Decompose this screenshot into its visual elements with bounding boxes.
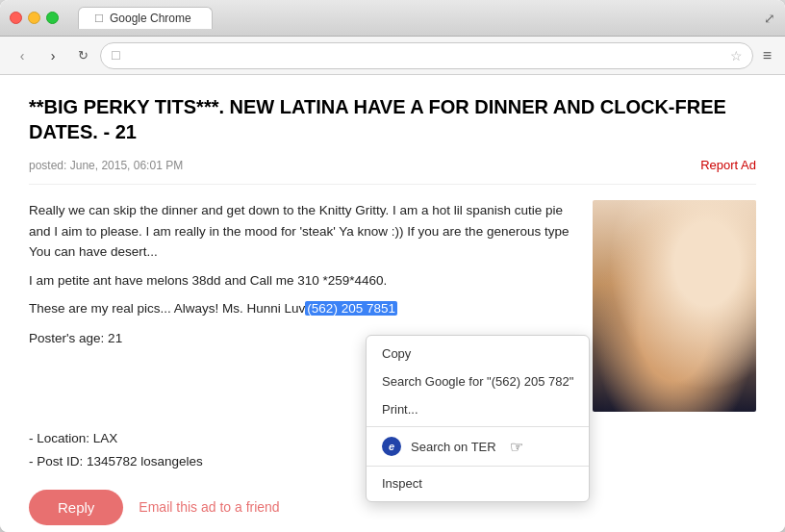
lock-icon: ☐ xyxy=(111,49,121,63)
email-friend-link[interactable]: Email this ad to a friend xyxy=(139,499,279,515)
back-button[interactable]: ‹ xyxy=(10,43,35,68)
context-menu-copy[interactable]: Copy xyxy=(367,340,589,367)
ad-image-inner xyxy=(593,200,756,412)
browser-toolbar: ‹ › ↻ ☐ ☆ ≡ xyxy=(0,37,785,75)
ad-paragraph-3: These are my real pics... Always! Ms. Hu… xyxy=(29,298,577,319)
ad-title: **BIG PERKY TITS***. NEW LATINA HAVE A F… xyxy=(29,94,756,144)
minimize-button[interactable] xyxy=(28,12,40,24)
bookmark-star-icon[interactable]: ☆ xyxy=(730,48,743,63)
tab-area: ☐ Google Chrome xyxy=(78,7,764,29)
context-menu-search-google[interactable]: Search Google for "(562) 205 782" xyxy=(367,367,589,395)
meta-bar: posted: June, 2015, 06:01 PM Report Ad xyxy=(29,158,756,185)
titlebar: ☐ Google Chrome ⤢ xyxy=(0,0,785,37)
page-content: **BIG PERKY TITS***. NEW LATINA HAVE A F… xyxy=(0,75,785,532)
refresh-button[interactable]: ↻ xyxy=(71,44,94,67)
context-menu-separator-2 xyxy=(367,466,589,467)
context-menu-separator xyxy=(367,426,589,427)
browser-window: ☐ Google Chrome ⤢ ‹ › ↻ ☐ ☆ ≡ **BIG PERK… xyxy=(0,0,785,532)
tab-favicon: ☐ xyxy=(94,13,104,25)
ter-icon: e xyxy=(382,437,401,456)
window-expand-icon[interactable]: ⤢ xyxy=(764,11,775,26)
context-menu-print[interactable]: Print... xyxy=(367,395,589,423)
address-input[interactable] xyxy=(127,49,724,63)
address-bar: ☐ ☆ xyxy=(100,42,753,69)
tab-title: Google Chrome xyxy=(110,12,191,25)
cursor-hand-icon: ☞ xyxy=(510,438,523,456)
maximize-button[interactable] xyxy=(46,12,59,24)
chrome-menu-button[interactable]: ≡ xyxy=(759,43,775,68)
close-button[interactable] xyxy=(10,12,22,24)
active-tab[interactable]: ☐ Google Chrome xyxy=(78,7,213,29)
ad-image xyxy=(593,200,756,412)
ad-paragraph-2: I am petite ant have melons 38dd and Cal… xyxy=(29,270,577,291)
context-menu-inspect[interactable]: Inspect xyxy=(367,469,589,497)
reply-button[interactable]: Reply xyxy=(29,490,123,525)
ad-paragraph-3-prefix: These are my real pics... Always! Ms. Hu… xyxy=(29,301,305,316)
report-ad-link[interactable]: Report Ad xyxy=(700,158,756,172)
context-menu: Copy Search Google for "(562) 205 782" P… xyxy=(366,335,590,502)
ad-paragraph-1: Really we can skip the dinner and get do… xyxy=(29,200,577,263)
context-menu-search-ter[interactable]: e Search on TER ☞ xyxy=(367,430,589,463)
forward-button[interactable]: › xyxy=(40,43,65,68)
phone-number-highlighted: (562) 205 7851 xyxy=(305,301,397,316)
posted-date: posted: June, 2015, 06:01 PM xyxy=(29,159,183,172)
traffic-lights xyxy=(10,12,59,24)
